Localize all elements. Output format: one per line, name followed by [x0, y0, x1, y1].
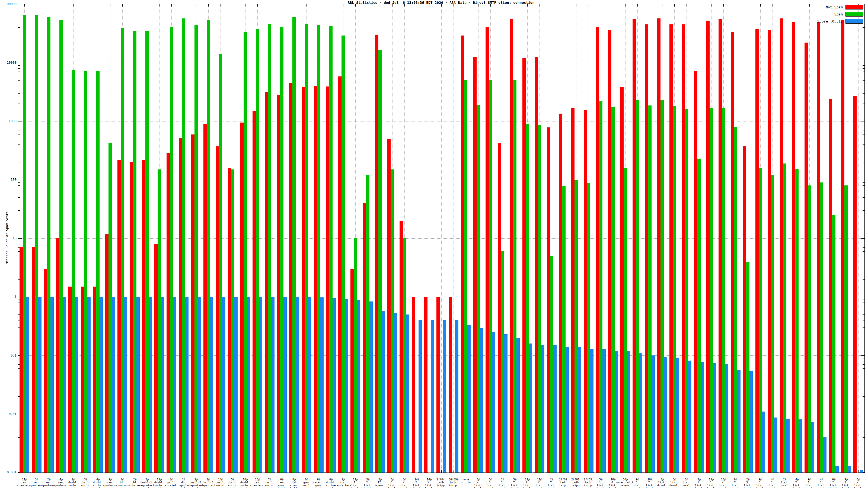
y-minor-tick [863, 437, 865, 437]
x-tick [858, 470, 859, 473]
bar-not-spam [682, 24, 685, 473]
bar-not-spam [68, 287, 72, 473]
legend-swatch [845, 12, 863, 17]
bar-not-spam [105, 234, 108, 473]
legend-item: Score (0..1) [817, 19, 863, 24]
x-tick [61, 4, 61, 6]
x-tick [454, 470, 454, 473]
bar-score [136, 297, 140, 473]
bar-not-spam [694, 71, 698, 473]
bar-not-spam [252, 111, 256, 473]
bar-spam [562, 186, 565, 473]
bar-score [271, 297, 275, 473]
y-minor-tick [863, 396, 865, 397]
bar-score [124, 297, 127, 473]
bar-spam [391, 169, 394, 473]
y-minor-tick [18, 124, 20, 124]
bar-not-spam [32, 247, 35, 473]
x-tick [711, 4, 712, 6]
bar-spam [808, 186, 811, 473]
x-tick [184, 4, 184, 6]
bar-not-spam [829, 99, 832, 473]
bar-spam [771, 175, 774, 473]
y-tick-label: 0.01 [0, 412, 17, 416]
bar-not-spam [768, 30, 771, 473]
bar-not-spam [20, 247, 23, 473]
bar-spam [587, 183, 590, 473]
bar-score [247, 297, 250, 473]
y-tick-label: 1000 [0, 120, 17, 123]
bar-score [112, 297, 115, 473]
bar-spam [464, 80, 467, 473]
y-minor-tick [18, 203, 20, 203]
bar-spam [23, 14, 26, 473]
y-minor-tick [863, 364, 865, 365]
x-tick [785, 4, 785, 6]
bar-not-spam [424, 297, 428, 473]
y-minor-tick [863, 251, 865, 252]
bar-spam [366, 175, 369, 473]
y-minor-tick [18, 35, 20, 35]
bar-spam [84, 71, 87, 473]
x-tick [208, 4, 209, 6]
bar-spam [759, 168, 762, 473]
y-minor-tick [18, 193, 20, 193]
y-tick-label: 100 [0, 178, 17, 182]
y-minor-tick [863, 93, 865, 94]
bar-score [565, 347, 569, 473]
bar-spam [783, 163, 786, 473]
bar-not-spam [670, 24, 673, 473]
x-tick [343, 4, 343, 6]
bar-score [602, 349, 606, 473]
bar-not-spam [731, 32, 734, 473]
plot-area: 1000001000010001001010.10.010.00111@ zen… [18, 4, 865, 473]
y-major-tick [861, 180, 865, 180]
y-minor-tick [18, 7, 20, 7]
bar-score [627, 351, 630, 473]
y-minor-tick [863, 193, 865, 193]
bar-not-spam [498, 143, 501, 473]
y-major-tick [18, 121, 22, 122]
bar-score [688, 361, 691, 473]
bar-not-spam [805, 42, 808, 473]
bar-not-spam [620, 87, 624, 473]
bar-spam [403, 238, 406, 473]
x-tick [380, 4, 380, 6]
y-major-tick [861, 297, 865, 297]
x-gridline [858, 4, 859, 473]
x-tick [552, 4, 552, 6]
bar-not-spam [755, 29, 759, 473]
y-tick-label: 100000 [0, 2, 17, 6]
bar-not-spam [473, 57, 476, 473]
legend-label: Not Spam [826, 5, 843, 9]
x-tick [576, 4, 577, 6]
y-minor-tick [863, 327, 865, 328]
bar-score [357, 300, 360, 473]
y-minor-tick [863, 80, 865, 80]
bar-score [676, 358, 679, 473]
y-minor-tick [863, 420, 865, 420]
y-minor-tick [863, 386, 865, 386]
x-tick [110, 4, 111, 6]
x-tick [404, 4, 405, 6]
x-tick [699, 4, 699, 6]
legend-item: Not Spam [817, 5, 863, 9]
bar-not-spam [571, 108, 575, 473]
y-minor-tick [863, 262, 865, 262]
bar-score [553, 345, 557, 473]
x-tick [282, 4, 282, 6]
bar-score [431, 320, 434, 473]
x-tick [172, 4, 172, 6]
bar-score [799, 419, 802, 473]
bar-not-spam [436, 297, 440, 473]
legend-label: Score (0..1) [817, 19, 843, 23]
x-tick [490, 4, 491, 6]
bar-spam [329, 26, 333, 473]
bar-score [259, 297, 262, 473]
bar-spam [378, 50, 382, 473]
bar-not-spam [81, 287, 84, 473]
bar-score [639, 353, 642, 473]
bar-not-spam [277, 95, 280, 473]
y-minor-tick [18, 65, 20, 66]
bar-score [467, 325, 471, 473]
